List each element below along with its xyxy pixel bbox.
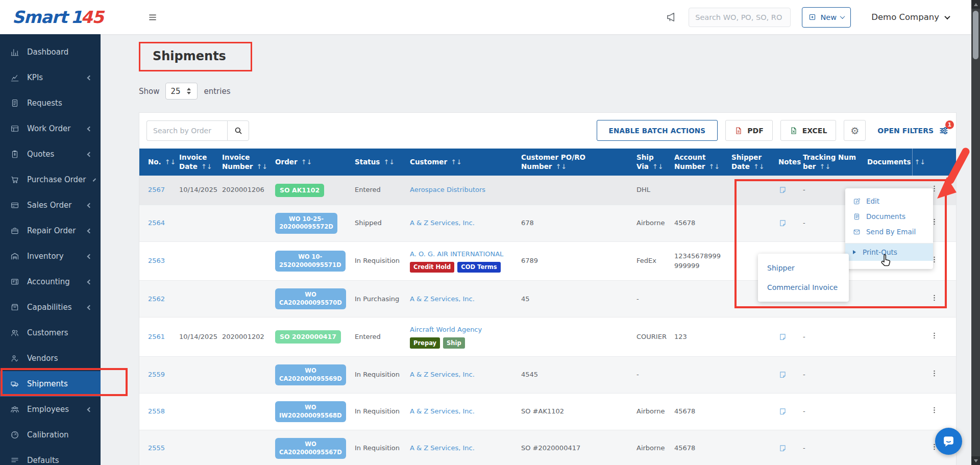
- chat-widget-button[interactable]: [935, 428, 962, 455]
- shipment-number-link[interactable]: 2559: [148, 371, 165, 378]
- sidebar-item-repair-order[interactable]: Repair Order: [0, 218, 101, 243]
- order-badge[interactable]: SO 2020000417: [275, 330, 341, 344]
- table-row[interactable]: 2555WOCA202000095567DIn RequisitionA & Z…: [139, 430, 956, 465]
- pdf-export-button[interactable]: PDF: [725, 120, 772, 141]
- announcements-icon[interactable]: [666, 11, 677, 23]
- shipment-number-link[interactable]: 2563: [148, 257, 165, 264]
- shipment-number-link[interactable]: 2562: [148, 295, 165, 303]
- sidebar-item-sales-order[interactable]: Sales Order: [0, 192, 101, 218]
- customer-link[interactable]: A & Z Services, Inc.: [410, 371, 475, 378]
- column-header-documents[interactable]: Documents↑↓: [863, 149, 912, 176]
- new-button[interactable]: New: [802, 7, 851, 28]
- scrollbar-up-button[interactable]: [971, 0, 980, 9]
- customer-link[interactable]: Aerospace Distributors: [410, 186, 485, 193]
- customer-link[interactable]: A & Z Services, Inc.: [410, 219, 475, 227]
- submenu-item-commercial-invoice[interactable]: Commercial Invoice: [758, 278, 849, 297]
- menu-item-edit[interactable]: Edit: [845, 193, 933, 209]
- order-badge[interactable]: WOCA202000095569D: [275, 364, 346, 385]
- column-header-order[interactable]: Order↑↓: [271, 149, 351, 176]
- sidebar-item-dashboard[interactable]: Dashboard: [0, 39, 101, 65]
- global-search-input[interactable]: [689, 8, 791, 27]
- sidebar-item-employees[interactable]: Employees: [0, 397, 101, 422]
- column-header-invoice-number[interactable]: Invoice Number↑↓: [218, 149, 271, 176]
- cell-no: 2563: [139, 241, 175, 281]
- shipment-number-link[interactable]: 2558: [148, 407, 165, 415]
- sidebar-item-shipments[interactable]: Shipments: [0, 371, 101, 397]
- sidebar-item-kpis[interactable]: KPIs: [0, 65, 101, 90]
- order-search-input[interactable]: [146, 120, 227, 141]
- table-row[interactable]: 256710/14/20252020001206SO AK1102Entered…: [139, 176, 956, 205]
- sidebar-item-capabilities[interactable]: Capabilities: [0, 295, 101, 320]
- order-badge[interactable]: WO 10-25202000095571D: [275, 251, 346, 272]
- customer-link[interactable]: A & Z Services, Inc.: [410, 444, 475, 452]
- entries-select[interactable]: 25: [165, 83, 198, 100]
- email-icon: [853, 228, 861, 236]
- column-header-invoice-date[interactable]: Invoice Date↑↓: [175, 149, 218, 176]
- sidebar-item-requests[interactable]: Requests: [0, 90, 101, 116]
- sidebar-item-accounting[interactable]: Accounting: [0, 269, 101, 295]
- sort-icon: ↑↓: [201, 163, 212, 170]
- cell-documents: [863, 430, 912, 465]
- column-header-account-number[interactable]: Account Number↑↓: [670, 149, 727, 176]
- table-row[interactable]: 2564WO 10-25-202000095572DShippedA & Z S…: [139, 205, 956, 241]
- open-filters-button[interactable]: OPEN FILTERS 1: [877, 126, 949, 136]
- column-header-customer[interactable]: Customer↑↓: [406, 149, 517, 176]
- page-scrollbar[interactable]: [971, 0, 980, 465]
- cell-notes: [774, 430, 799, 465]
- menu-toggle-icon[interactable]: [148, 12, 158, 22]
- sidebar-item-work-order[interactable]: Work Order: [0, 116, 101, 141]
- cell-no: 2561: [139, 317, 175, 357]
- table-row[interactable]: 256110/14/20252020001202SO 2020000417Ent…: [139, 317, 956, 357]
- note-icon: [778, 407, 795, 416]
- sidebar-item-vendors[interactable]: Vendors: [0, 346, 101, 371]
- table-settings-button[interactable]: ⚙: [844, 120, 866, 141]
- submenu-item-shipper[interactable]: Shipper: [758, 258, 849, 278]
- cell-invoice-number: [218, 430, 271, 465]
- company-menu[interactable]: Demo Company: [871, 12, 949, 22]
- cell-status: In Requisition: [351, 430, 406, 465]
- column-header-no[interactable]: No.↑↓: [139, 149, 175, 176]
- row-actions-kebab-icon[interactable]: [930, 369, 939, 378]
- sidebar-item-calibration[interactable]: Calibration: [0, 422, 101, 448]
- scrollbar-down-button[interactable]: [971, 456, 980, 465]
- sidebar-item-defaults[interactable]: Defaults: [0, 448, 101, 465]
- order-search-button[interactable]: [227, 120, 249, 141]
- cell-invoice-date: [175, 281, 218, 317]
- menu-item-print-outs[interactable]: Print-Outs: [845, 243, 933, 261]
- column-header-customer-po-ro-number[interactable]: Customer PO/RO Number↑↓: [517, 149, 632, 176]
- enable-batch-actions-button[interactable]: ENABLE BATCH ACTIONS: [597, 120, 718, 141]
- sidebar-item-inventory[interactable]: Inventory: [0, 243, 101, 269]
- cell-invoice-date: [175, 430, 218, 465]
- shipment-number-link[interactable]: 2567: [148, 186, 165, 193]
- column-header-ship-via[interactable]: Ship Via↑↓: [632, 149, 670, 176]
- shipment-number-link[interactable]: 2564: [148, 219, 165, 227]
- customer-link[interactable]: A & Z Services, Inc.: [410, 407, 475, 415]
- order-badge[interactable]: WO 10-25-202000095572D: [275, 213, 337, 234]
- customer-link[interactable]: A. O. G. AIR INTERNATIONAL: [410, 250, 503, 258]
- sidebar-item-customers[interactable]: Customers: [0, 320, 101, 346]
- brand-logo[interactable]: Smart145: [0, 0, 101, 34]
- order-badge[interactable]: WOCA202000095570D: [275, 288, 346, 309]
- table-row[interactable]: 2558WOIW202000095568DIn RequisitionA & Z…: [139, 394, 956, 430]
- row-actions-kebab-icon[interactable]: [930, 293, 939, 302]
- order-badge[interactable]: WOCA202000095567D: [275, 438, 346, 459]
- shipment-number-link[interactable]: 2561: [148, 333, 165, 340]
- menu-item-send-by-email[interactable]: Send By Email: [845, 224, 933, 239]
- order-badge[interactable]: WOIW202000095568D: [275, 401, 346, 422]
- order-badge[interactable]: SO AK1102: [275, 184, 324, 197]
- customer-link[interactable]: Aircraft World Agency: [410, 326, 482, 333]
- column-header-shipper-date[interactable]: Shipper Date↑↓: [727, 149, 774, 176]
- shipment-number-link[interactable]: 2555: [148, 444, 165, 452]
- sidebar-item-quotes[interactable]: Quotes: [0, 141, 101, 167]
- note-icon: [778, 371, 795, 379]
- table-row[interactable]: 2559WOCA202000095569DIn RequisitionA & Z…: [139, 356, 956, 393]
- excel-export-button[interactable]: EXCEL: [780, 120, 837, 141]
- column-header-tracking-number[interactable]: Tracking Number↑↓: [799, 149, 863, 176]
- sidebar-item-purchase-order[interactable]: Purchase Order: [0, 167, 101, 192]
- row-actions-kebab-icon[interactable]: [930, 406, 939, 414]
- column-header-status[interactable]: Status↑↓: [351, 149, 406, 176]
- customer-link[interactable]: A & Z Services, Inc.: [410, 295, 475, 303]
- row-actions-kebab-icon[interactable]: [930, 331, 939, 340]
- scrollbar-thumb[interactable]: [973, 11, 978, 59]
- menu-item-documents[interactable]: Documents: [845, 209, 933, 224]
